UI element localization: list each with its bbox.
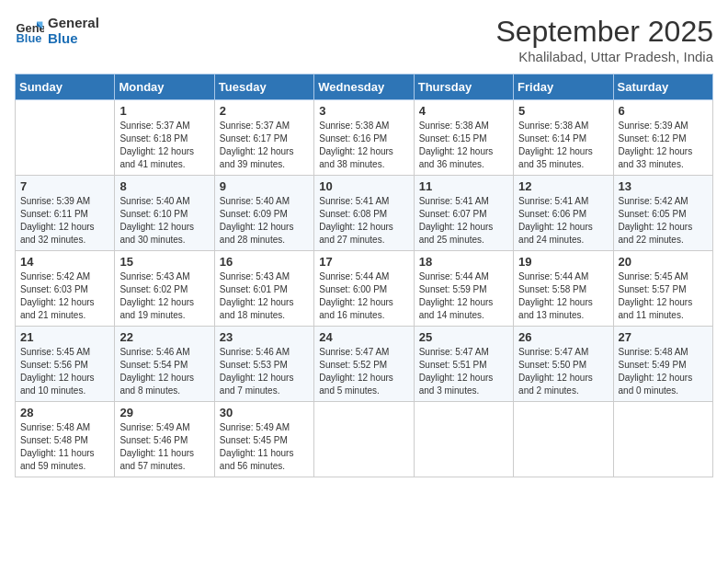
day-info: Sunrise: 5:48 AMSunset: 5:48 PMDaylight:…: [20, 421, 109, 473]
day-info: Sunrise: 5:37 AMSunset: 6:17 PMDaylight:…: [220, 120, 309, 171]
day-number: 22: [119, 330, 209, 344]
day-info: Sunrise: 5:47 AMSunset: 5:50 PMDaylight:…: [518, 346, 608, 397]
calendar-cell: 17Sunrise: 5:44 AMSunset: 6:00 PMDayligh…: [314, 251, 414, 327]
calendar-cell: 15Sunrise: 5:43 AMSunset: 6:02 PMDayligh…: [115, 251, 214, 327]
calendar-cell: 5Sunrise: 5:38 AMSunset: 6:14 PMDaylight…: [514, 100, 613, 176]
weekday-header-monday: Monday: [115, 75, 214, 100]
location-subtitle: Khalilabad, Uttar Pradesh, India: [495, 49, 713, 64]
day-info: Sunrise: 5:39 AMSunset: 6:11 PMDaylight:…: [20, 195, 109, 247]
day-number: 27: [619, 330, 708, 344]
logo-icon: General Blue: [15, 16, 44, 45]
day-number: 4: [419, 104, 508, 118]
week-row-3: 14Sunrise: 5:42 AMSunset: 6:03 PMDayligh…: [16, 251, 713, 327]
day-number: 30: [220, 406, 309, 419]
day-info: Sunrise: 5:42 AMSunset: 6:03 PMDaylight:…: [20, 270, 109, 322]
logo-line2: Blue: [48, 30, 99, 46]
day-number: 2: [220, 104, 309, 118]
calendar-cell: 21Sunrise: 5:45 AMSunset: 5:56 PMDayligh…: [16, 327, 115, 402]
day-number: 3: [319, 104, 408, 118]
weekday-header-wednesday: Wednesday: [314, 75, 414, 100]
calendar-cell: 4Sunrise: 5:38 AMSunset: 6:15 PMDaylight…: [414, 100, 513, 176]
calendar-cell: 7Sunrise: 5:39 AMSunset: 6:11 PMDaylight…: [16, 176, 115, 251]
day-info: Sunrise: 5:45 AMSunset: 5:57 PMDaylight:…: [619, 270, 708, 322]
day-number: 19: [518, 255, 608, 269]
day-info: Sunrise: 5:47 AMSunset: 5:52 PMDaylight:…: [319, 346, 408, 397]
title-block: September 2025 Khalilabad, Uttar Pradesh…: [495, 15, 713, 64]
day-number: 11: [419, 179, 508, 193]
day-info: Sunrise: 5:44 AMSunset: 6:00 PMDaylight:…: [319, 270, 408, 322]
day-info: Sunrise: 5:46 AMSunset: 5:53 PMDaylight:…: [220, 346, 309, 397]
day-number: 20: [619, 255, 708, 269]
day-info: Sunrise: 5:40 AMSunset: 6:09 PMDaylight:…: [220, 195, 309, 247]
day-number: 13: [619, 179, 708, 193]
calendar-cell: 27Sunrise: 5:48 AMSunset: 5:49 PMDayligh…: [613, 327, 712, 402]
day-number: 7: [20, 179, 109, 193]
calendar-cell: [314, 402, 414, 477]
day-info: Sunrise: 5:44 AMSunset: 5:59 PMDaylight:…: [419, 270, 508, 322]
calendar-cell: 6Sunrise: 5:39 AMSunset: 6:12 PMDaylight…: [613, 100, 712, 176]
day-info: Sunrise: 5:48 AMSunset: 5:49 PMDaylight:…: [619, 346, 708, 397]
day-number: 10: [319, 179, 408, 193]
week-row-4: 21Sunrise: 5:45 AMSunset: 5:56 PMDayligh…: [16, 327, 713, 402]
day-number: 8: [119, 179, 209, 193]
calendar-cell: 28Sunrise: 5:48 AMSunset: 5:48 PMDayligh…: [16, 402, 115, 477]
day-number: 9: [220, 179, 309, 193]
day-info: Sunrise: 5:41 AMSunset: 6:08 PMDaylight:…: [319, 195, 408, 247]
day-info: Sunrise: 5:37 AMSunset: 6:18 PMDaylight:…: [119, 120, 209, 171]
day-number: 6: [619, 104, 708, 118]
day-info: Sunrise: 5:38 AMSunset: 6:16 PMDaylight:…: [319, 120, 408, 171]
day-info: Sunrise: 5:41 AMSunset: 6:06 PMDaylight:…: [518, 195, 608, 247]
calendar-cell: [16, 100, 115, 176]
calendar-cell: 29Sunrise: 5:49 AMSunset: 5:46 PMDayligh…: [115, 402, 214, 477]
day-number: 15: [119, 255, 209, 269]
day-info: Sunrise: 5:45 AMSunset: 5:56 PMDaylight:…: [20, 346, 109, 397]
week-row-1: 1Sunrise: 5:37 AMSunset: 6:18 PMDaylight…: [16, 100, 713, 176]
day-number: 28: [20, 406, 109, 419]
calendar-cell: [613, 402, 712, 477]
day-info: Sunrise: 5:42 AMSunset: 6:05 PMDaylight:…: [619, 195, 708, 247]
weekday-header-sunday: Sunday: [16, 75, 115, 100]
logo-line1: General: [48, 15, 99, 30]
calendar-cell: 25Sunrise: 5:47 AMSunset: 5:51 PMDayligh…: [414, 327, 513, 402]
day-number: 5: [518, 104, 608, 118]
calendar-cell: 18Sunrise: 5:44 AMSunset: 5:59 PMDayligh…: [414, 251, 513, 327]
day-info: Sunrise: 5:49 AMSunset: 5:46 PMDaylight:…: [119, 421, 209, 473]
calendar-cell: 14Sunrise: 5:42 AMSunset: 6:03 PMDayligh…: [16, 251, 115, 327]
calendar-cell: 3Sunrise: 5:38 AMSunset: 6:16 PMDaylight…: [314, 100, 414, 176]
day-number: 21: [20, 330, 109, 344]
calendar-cell: 26Sunrise: 5:47 AMSunset: 5:50 PMDayligh…: [514, 327, 613, 402]
calendar-cell: 11Sunrise: 5:41 AMSunset: 6:07 PMDayligh…: [414, 176, 513, 251]
day-info: Sunrise: 5:38 AMSunset: 6:15 PMDaylight:…: [419, 120, 508, 171]
day-number: 1: [119, 104, 209, 118]
calendar-cell: 1Sunrise: 5:37 AMSunset: 6:18 PMDaylight…: [115, 100, 214, 176]
day-number: 18: [419, 255, 508, 269]
weekday-header-tuesday: Tuesday: [214, 75, 313, 100]
week-row-2: 7Sunrise: 5:39 AMSunset: 6:11 PMDaylight…: [16, 176, 713, 251]
logo: General Blue General Blue: [15, 15, 99, 46]
weekday-header-row: SundayMondayTuesdayWednesdayThursdayFrid…: [16, 75, 713, 100]
week-row-5: 28Sunrise: 5:48 AMSunset: 5:48 PMDayligh…: [16, 402, 713, 477]
day-info: Sunrise: 5:38 AMSunset: 6:14 PMDaylight:…: [518, 120, 608, 171]
calendar-cell: 2Sunrise: 5:37 AMSunset: 6:17 PMDaylight…: [214, 100, 313, 176]
day-info: Sunrise: 5:40 AMSunset: 6:10 PMDaylight:…: [119, 195, 209, 247]
weekday-header-friday: Friday: [514, 75, 613, 100]
calendar-cell: 20Sunrise: 5:45 AMSunset: 5:57 PMDayligh…: [613, 251, 712, 327]
weekday-header-saturday: Saturday: [613, 75, 712, 100]
day-number: 25: [419, 330, 508, 344]
day-info: Sunrise: 5:49 AMSunset: 5:45 PMDaylight:…: [220, 421, 309, 473]
calendar-cell: 8Sunrise: 5:40 AMSunset: 6:10 PMDaylight…: [115, 176, 214, 251]
calendar-cell: [514, 402, 613, 477]
calendar-cell: 12Sunrise: 5:41 AMSunset: 6:06 PMDayligh…: [514, 176, 613, 251]
calendar-cell: 24Sunrise: 5:47 AMSunset: 5:52 PMDayligh…: [314, 327, 414, 402]
calendar-cell: 13Sunrise: 5:42 AMSunset: 6:05 PMDayligh…: [613, 176, 712, 251]
day-number: 26: [518, 330, 608, 344]
calendar-table: SundayMondayTuesdayWednesdayThursdayFrid…: [15, 74, 713, 477]
month-title: September 2025: [495, 15, 713, 49]
calendar-cell: 10Sunrise: 5:41 AMSunset: 6:08 PMDayligh…: [314, 176, 414, 251]
svg-text:Blue: Blue: [17, 31, 42, 45]
page-header: General Blue General Blue September 2025…: [15, 15, 713, 64]
day-number: 14: [20, 255, 109, 269]
day-info: Sunrise: 5:43 AMSunset: 6:01 PMDaylight:…: [220, 270, 309, 322]
day-number: 29: [119, 406, 209, 419]
day-number: 12: [518, 179, 608, 193]
